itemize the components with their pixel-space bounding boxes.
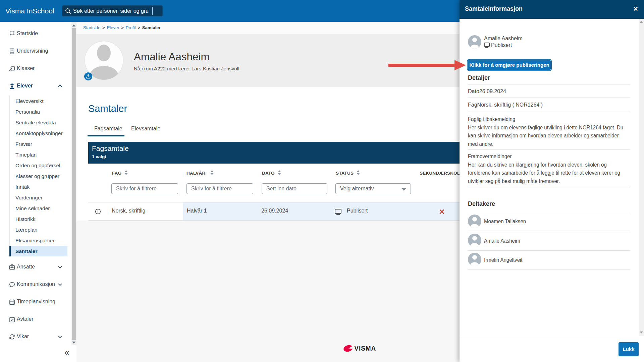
svg-text:VISMA: VISMA	[354, 345, 376, 352]
